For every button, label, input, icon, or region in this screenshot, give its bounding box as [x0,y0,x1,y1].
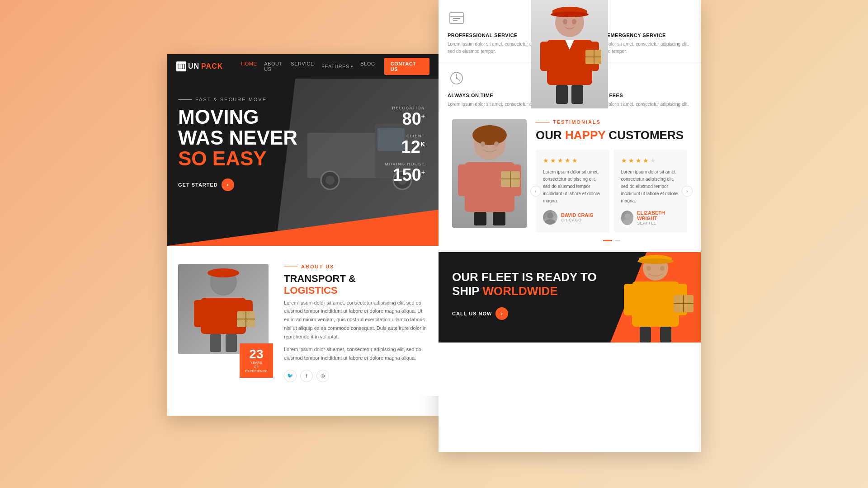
testimonial-author-1: DAVID CRAIG CHICAGO [543,210,602,225]
testimonial-stars-2: ★ ★ ★ ★ ★ [621,157,680,164]
svg-rect-14 [210,334,221,352]
nav-cta-button[interactable]: CONTACT US [384,58,429,75]
logo-text-un: UN [188,62,199,70]
hero-stats: RELOCATION 80+ CLIENT 12K MOVING HOUSE 1… [385,106,425,190]
service-ontime: ALWAYS ON TIME Lorem ipsum dolor sit ame… [439,62,570,108]
svg-rect-31 [581,74,594,83]
nav-blog[interactable]: BLOG [360,61,375,72]
hero-orange-triangle [167,210,439,246]
social-icons: 🐦 f ◎ [284,370,428,382]
testimonial-text-2: Lorem ipsum dolor sit amet, consectetur … [621,169,680,205]
about-section: 23 YEARSOFEXPERIENCE ABOUT US TRANSPORT … [167,246,439,396]
services-staff-area: PROFFESSIONAL SERVICE Lorem ipsum dolor … [439,0,701,108]
svg-point-30 [456,77,458,79]
service-desc-emergency: Lorem ipsum dolor sit amet, consectetur … [579,41,692,55]
svg-rect-23 [453,20,458,21]
about-image: 23 YEARSOFEXPERIENCE [178,264,273,382]
logo-icon [176,61,186,71]
testimonial-stars-1: ★ ★ ★ ★ ★ [543,157,602,164]
svg-rect-51 [458,164,471,196]
svg-rect-22 [453,18,460,19]
testimonial-author-2: ELIZABETH WRIGHT SEATTLE [621,210,680,225]
nav-home[interactable]: HOME [241,61,257,72]
facebook-icon[interactable]: f [300,370,313,382]
get-started-arrow-icon: › [222,178,234,191]
svg-point-73 [637,258,674,264]
svg-rect-33 [583,78,587,81]
svg-rect-54 [493,212,505,225]
testimonial-person-photo [452,119,527,228]
about-content: ABOUT US TRANSPORT & LOGISTICS Lorem ips… [284,264,428,382]
service-title-emergency: 24 HOURS EMERGENCY SERVICE [579,33,692,38]
stat-client: CLIENT 12K [385,134,425,155]
about-desc-1: Lorem ipsum dolor sit amet, consectetur … [284,299,428,341]
hero-section: FAST & SECURE MOVE MOVING WAS NEVER SO E… [167,79,439,246]
fleet-btn-arrow-icon: › [495,307,508,320]
twitter-icon[interactable]: 🐦 [284,370,297,382]
svg-point-55 [472,125,507,145]
testimonials-prev-button[interactable]: ‹ [530,186,541,197]
testimonials-grid: ‹ ★ ★ ★ ★ ★ Lorem ipsum dolor sit amet, … [536,150,687,233]
author-name-1: DAVID CRAIG [561,212,594,218]
svg-point-74 [646,266,651,271]
testimonials-next-button[interactable]: › [682,186,693,197]
testimonial-card-2: ★ ★ ★ ★ ★ Lorem ipsum dolor sit amet, co… [614,150,688,233]
svg-point-26 [588,20,590,22]
svg-rect-0 [178,64,184,69]
author-name-2: ELIZABETH WRIGHT [637,210,680,221]
service-flatrate: FLAT RATE FEES Lorem ipsum dolor sit ame… [570,62,701,108]
svg-point-57 [494,141,499,147]
svg-point-61 [547,212,553,219]
service-professional: PROFFESSIONAL SERVICE Lorem ipsum dolor … [439,0,570,62]
nav-features[interactable]: FEATURES [321,61,353,72]
service-title-flatrate: FLAT RATE FEES [579,93,692,98]
svg-rect-15 [226,334,237,352]
hero-get-started-button[interactable]: GET STARTED › [178,178,297,191]
svg-point-19 [208,268,239,277]
testimonial-text-1: Lorem ipsum dolor sit amet, consectetur … [543,169,602,205]
logo-text-pack: PACK [201,62,223,70]
author-avatar-1 [543,210,557,225]
testimonial-card-1: ★ ★ ★ ★ ★ Lorem ipsum dolor sit amet, co… [536,150,609,233]
nav-dot-inactive[interactable] [615,240,620,241]
svg-point-6 [326,176,335,185]
testimonials-header: TESTIMONIALS OUR HAPPY CUSTOMERS [536,119,687,142]
service-emergency: 24 HOURS EMERGENCY SERVICE Lorem ipsum d… [570,0,701,62]
svg-rect-69 [640,327,651,343]
service-desc-professional: Lorem ipsum dolor sit amet, consectetur … [448,41,560,55]
svg-point-56 [481,141,485,147]
navigation: UNPACK HOME ABOUT US SERVICE FEATURES BL… [167,54,439,79]
hero-subtitle: FAST & SECURE MOVE [178,97,297,102]
fleet-section: OUR FLEET IS READY TO SHIP WORLDWIDE CAL… [439,252,701,343]
nav-dot-active[interactable] [603,240,612,241]
svg-rect-67 [624,284,636,315]
svg-rect-12 [194,300,208,327]
nav-links: HOME ABOUT US SERVICE FEATURES BLOG [241,61,375,72]
nav-service[interactable]: SERVICE [291,61,314,72]
author-location-2: SEATTLE [637,221,680,225]
hero-title: MOVING WAS NEVER SO EASY [178,107,297,169]
service-desc-ontime: Lorem ipsum dolor sit amet, consectetur … [448,101,560,108]
service-title-professional: PROFFESSIONAL SERVICE [448,33,560,38]
service-desc-flatrate: Lorem ipsum dolor sit amet, consectetur … [579,101,692,108]
nav-about[interactable]: ABOUT US [264,61,283,72]
testimonials-title: OUR HAPPY CUSTOMERS [536,128,687,142]
fleet-delivery-person [615,252,696,343]
about-desc-2: Lorem ipsum dolor sit amet, consectetur … [284,345,428,362]
logo[interactable]: UNPACK [176,61,223,71]
svg-point-62 [545,219,556,225]
author-location-1: CHICAGO [561,218,594,222]
service-title-ontime: ALWAYS ON TIME [448,93,560,98]
years-badge: 23 YEARSOFEXPERIENCE [240,343,273,377]
author-avatar-2 [621,211,634,225]
about-title: TRANSPORT & LOGISTICS [284,273,428,297]
testimonial-nav-dots [536,240,687,241]
svg-point-64 [623,219,632,225]
instagram-icon[interactable]: ◎ [316,370,329,382]
stat-relocation: RELOCATION 80+ [385,106,425,127]
testimonials-section: TESTIMONIALS OUR HAPPY CUSTOMERS ‹ ★ [439,108,701,252]
svg-rect-70 [660,327,671,343]
testimonials-tag: TESTIMONIALS [536,119,687,125]
svg-rect-53 [474,212,486,225]
svg-point-75 [660,266,665,271]
